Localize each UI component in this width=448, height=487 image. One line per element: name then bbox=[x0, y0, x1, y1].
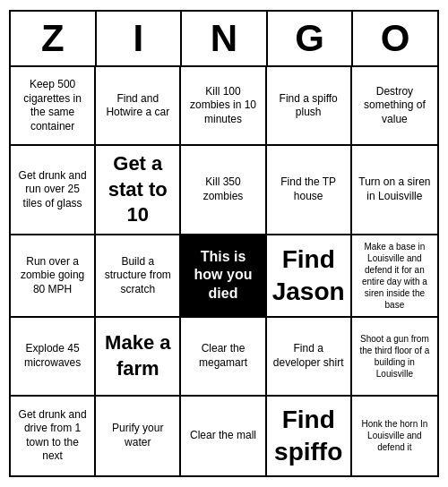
bingo-cell: Run over a zombie going 80 MPH bbox=[11, 235, 96, 318]
header-letter: Z bbox=[11, 12, 97, 67]
bingo-cell: Destroy something of value bbox=[352, 67, 437, 146]
header-letter: N bbox=[182, 12, 268, 67]
bingo-cell: Kill 100 zombies in 10 minutes bbox=[181, 67, 266, 146]
bingo-cell: Make a base in Louisville and defend it … bbox=[352, 235, 437, 318]
header-letter: I bbox=[97, 12, 183, 67]
bingo-cell: Clear the megamart bbox=[181, 318, 266, 397]
bingo-cell: Find a developer shirt bbox=[267, 318, 352, 397]
bingo-cell: Get drunk and run over 25 tiles of glass bbox=[11, 146, 96, 235]
bingo-cell: Build a structure from scratch bbox=[96, 235, 181, 318]
bingo-cell: Find Jason bbox=[267, 235, 352, 318]
header-letter: G bbox=[268, 12, 354, 67]
bingo-cell: Find a spiffo plush bbox=[267, 67, 352, 146]
bingo-cell: This is how you died bbox=[181, 235, 266, 318]
bingo-header: ZINGO bbox=[11, 12, 437, 67]
bingo-cell: Explode 45 microwaves bbox=[11, 318, 96, 397]
bingo-cell: Kill 350 zombies bbox=[181, 146, 266, 235]
bingo-cell: Keep 500 cigarettes in the same containe… bbox=[11, 67, 96, 146]
bingo-cell: Find the TP house bbox=[267, 146, 352, 235]
bingo-cell: Shoot a gun from the third floor of a bu… bbox=[352, 318, 437, 397]
bingo-card: ZINGO Keep 500 cigarettes in the same co… bbox=[9, 10, 439, 477]
bingo-cell: Find and Hotwire a car bbox=[96, 67, 181, 146]
bingo-cell: Honk the horn In Louisville and defend i… bbox=[352, 397, 437, 475]
bingo-grid: Keep 500 cigarettes in the same containe… bbox=[11, 67, 437, 475]
bingo-cell: Get a stat to 10 bbox=[96, 146, 181, 235]
bingo-cell: Find spiffo bbox=[267, 397, 352, 475]
bingo-cell: Clear the mall bbox=[181, 397, 266, 475]
bingo-cell: Purify your water bbox=[96, 397, 181, 475]
bingo-cell: Make a farm bbox=[96, 318, 181, 397]
bingo-cell: Turn on a siren in Louisville bbox=[352, 146, 437, 235]
header-letter: O bbox=[353, 12, 437, 67]
bingo-cell: Get drunk and drive from 1 town to the n… bbox=[11, 397, 96, 475]
